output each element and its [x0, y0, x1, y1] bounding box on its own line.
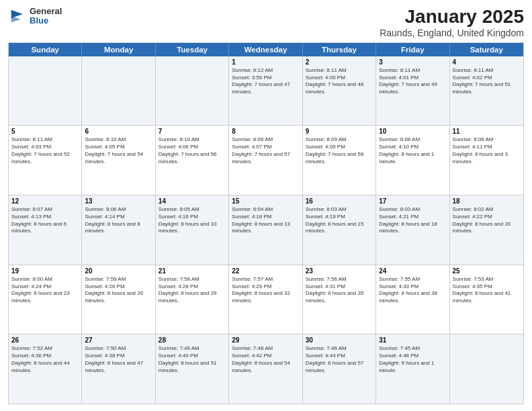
- calendar-week-0: 1Sunrise: 8:12 AMSunset: 3:59 PMDaylight…: [9, 56, 523, 126]
- day-number: 27: [85, 336, 152, 344]
- day-number: 20: [85, 267, 152, 275]
- logo-blue: Blue: [30, 16, 62, 26]
- header-cell-sunday: Sunday: [9, 43, 82, 56]
- day-number: 31: [379, 336, 446, 344]
- calendar: SundayMondayTuesdayWednesdayThursdayFrid…: [8, 42, 524, 404]
- calendar-cell: 10Sunrise: 8:08 AMSunset: 4:10 PMDayligh…: [376, 126, 449, 195]
- day-info: Sunrise: 7:58 AMSunset: 4:28 PMDaylight:…: [159, 276, 226, 305]
- day-info: Sunrise: 8:11 AMSunset: 4:01 PMDaylight:…: [379, 67, 446, 96]
- calendar-cell: 7Sunrise: 8:10 AMSunset: 4:06 PMDaylight…: [156, 126, 229, 195]
- header: General Blue January 2025 Raunds, Englan…: [8, 7, 524, 38]
- calendar-cell: 19Sunrise: 8:00 AMSunset: 4:24 PMDayligh…: [9, 265, 82, 334]
- header-cell-thursday: Thursday: [303, 43, 376, 56]
- calendar-cell: 25Sunrise: 7:53 AMSunset: 4:35 PMDayligh…: [450, 265, 523, 334]
- calendar-cell: [82, 56, 155, 126]
- day-info: Sunrise: 7:49 AMSunset: 4:40 PMDaylight:…: [159, 345, 226, 374]
- header-cell-wednesday: Wednesday: [229, 43, 302, 56]
- day-info: Sunrise: 8:02 AMSunset: 4:22 PMDaylight:…: [453, 206, 521, 235]
- day-number: 29: [232, 336, 299, 344]
- day-number: 9: [306, 128, 373, 135]
- calendar-week-2: 12Sunrise: 8:07 AMSunset: 4:13 PMDayligh…: [9, 195, 523, 265]
- day-info: Sunrise: 8:11 AMSunset: 4:00 PMDaylight:…: [306, 67, 373, 96]
- calendar-cell: 11Sunrise: 8:08 AMSunset: 4:11 PMDayligh…: [450, 126, 523, 195]
- calendar-cell: 9Sunrise: 8:09 AMSunset: 4:09 PMDaylight…: [303, 126, 376, 195]
- day-number: 30: [306, 336, 373, 344]
- calendar-subtitle: Raunds, England, United Kingdom: [380, 28, 524, 38]
- day-number: 8: [232, 128, 299, 135]
- calendar-cell: 29Sunrise: 7:48 AMSunset: 4:42 PMDayligh…: [229, 334, 302, 404]
- day-info: Sunrise: 8:11 AMSunset: 4:03 PMDaylight:…: [11, 136, 79, 165]
- day-number: 7: [159, 128, 226, 135]
- day-number: 16: [306, 197, 373, 205]
- day-number: 13: [85, 197, 152, 205]
- calendar-title: January 2025: [380, 7, 524, 28]
- day-info: Sunrise: 8:05 AMSunset: 4:16 PMDaylight:…: [159, 206, 226, 235]
- day-info: Sunrise: 8:03 AMSunset: 4:19 PMDaylight:…: [306, 206, 373, 235]
- calendar-cell: 23Sunrise: 7:56 AMSunset: 4:31 PMDayligh…: [303, 265, 376, 334]
- calendar-cell: 20Sunrise: 7:59 AMSunset: 4:26 PMDayligh…: [82, 265, 155, 334]
- calendar-cell: [450, 334, 523, 404]
- day-number: 3: [379, 58, 446, 66]
- day-info: Sunrise: 8:10 AMSunset: 4:06 PMDaylight:…: [159, 136, 226, 165]
- header-cell-saturday: Saturday: [450, 43, 523, 56]
- day-info: Sunrise: 7:59 AMSunset: 4:26 PMDaylight:…: [85, 276, 152, 305]
- day-info: Sunrise: 8:08 AMSunset: 4:11 PMDaylight:…: [453, 136, 521, 165]
- day-info: Sunrise: 7:57 AMSunset: 4:29 PMDaylight:…: [232, 276, 299, 305]
- day-number: 24: [379, 267, 446, 275]
- calendar-cell: 28Sunrise: 7:49 AMSunset: 4:40 PMDayligh…: [156, 334, 229, 404]
- header-cell-friday: Friday: [376, 43, 449, 56]
- calendar-cell: 27Sunrise: 7:50 AMSunset: 4:38 PMDayligh…: [82, 334, 155, 404]
- day-info: Sunrise: 7:55 AMSunset: 4:33 PMDaylight:…: [379, 276, 446, 305]
- day-info: Sunrise: 8:10 AMSunset: 4:05 PMDaylight:…: [85, 136, 152, 165]
- day-number: 2: [306, 58, 373, 66]
- day-info: Sunrise: 7:48 AMSunset: 4:42 PMDaylight:…: [232, 345, 299, 374]
- calendar-week-1: 5Sunrise: 8:11 AMSunset: 4:03 PMDaylight…: [9, 125, 523, 195]
- calendar-cell: 22Sunrise: 7:57 AMSunset: 4:29 PMDayligh…: [229, 265, 302, 334]
- day-number: 11: [453, 128, 521, 135]
- day-number: 17: [379, 197, 446, 205]
- calendar-cell: 3Sunrise: 8:11 AMSunset: 4:01 PMDaylight…: [376, 56, 449, 126]
- calendar-cell: 8Sunrise: 8:09 AMSunset: 4:07 PMDaylight…: [229, 126, 302, 195]
- svg-rect-0: [8, 7, 27, 26]
- day-info: Sunrise: 8:06 AMSunset: 4:14 PMDaylight:…: [85, 206, 152, 235]
- calendar-cell: 30Sunrise: 7:46 AMSunset: 4:44 PMDayligh…: [303, 334, 376, 404]
- calendar-cell: 4Sunrise: 8:11 AMSunset: 4:02 PMDaylight…: [450, 56, 523, 126]
- day-info: Sunrise: 8:08 AMSunset: 4:10 PMDaylight:…: [379, 136, 446, 165]
- calendar-cell: 1Sunrise: 8:12 AMSunset: 3:59 PMDaylight…: [229, 56, 302, 126]
- day-number: 23: [306, 267, 373, 275]
- day-info: Sunrise: 8:07 AMSunset: 4:13 PMDaylight:…: [11, 206, 79, 235]
- day-number: 4: [453, 58, 521, 66]
- calendar-cell: 6Sunrise: 8:10 AMSunset: 4:05 PMDaylight…: [82, 126, 155, 195]
- day-info: Sunrise: 8:11 AMSunset: 4:02 PMDaylight:…: [453, 67, 521, 96]
- day-number: 14: [159, 197, 226, 205]
- calendar-cell: [9, 56, 82, 126]
- header-cell-tuesday: Tuesday: [156, 43, 229, 56]
- calendar-cell: 12Sunrise: 8:07 AMSunset: 4:13 PMDayligh…: [9, 195, 82, 265]
- day-info: Sunrise: 8:09 AMSunset: 4:09 PMDaylight:…: [306, 136, 373, 165]
- day-number: 12: [11, 197, 79, 205]
- day-number: 28: [159, 336, 226, 344]
- day-number: 25: [453, 267, 521, 275]
- day-info: Sunrise: 7:45 AMSunset: 4:46 PMDaylight:…: [379, 345, 446, 374]
- day-info: Sunrise: 8:12 AMSunset: 3:59 PMDaylight:…: [232, 67, 299, 96]
- calendar-cell: 26Sunrise: 7:52 AMSunset: 4:36 PMDayligh…: [9, 334, 82, 404]
- calendar-cell: 24Sunrise: 7:55 AMSunset: 4:33 PMDayligh…: [376, 265, 449, 334]
- calendar-cell: 18Sunrise: 8:02 AMSunset: 4:22 PMDayligh…: [450, 195, 523, 265]
- calendar-cell: 2Sunrise: 8:11 AMSunset: 4:00 PMDaylight…: [303, 56, 376, 126]
- logo-text: General Blue: [30, 7, 62, 26]
- calendar-cell: 17Sunrise: 8:03 AMSunset: 4:21 PMDayligh…: [376, 195, 449, 265]
- day-number: 18: [453, 197, 521, 205]
- calendar-cell: [156, 56, 229, 126]
- calendar-week-3: 19Sunrise: 8:00 AMSunset: 4:24 PMDayligh…: [9, 265, 523, 334]
- day-number: 15: [232, 197, 299, 205]
- calendar-cell: 5Sunrise: 8:11 AMSunset: 4:03 PMDaylight…: [9, 126, 82, 195]
- title-block: January 2025 Raunds, England, United Kin…: [380, 7, 524, 38]
- day-info: Sunrise: 7:56 AMSunset: 4:31 PMDaylight:…: [306, 276, 373, 305]
- calendar-body: 1Sunrise: 8:12 AMSunset: 3:59 PMDaylight…: [9, 56, 523, 404]
- day-info: Sunrise: 7:46 AMSunset: 4:44 PMDaylight:…: [306, 345, 373, 374]
- day-info: Sunrise: 8:09 AMSunset: 4:07 PMDaylight:…: [232, 136, 299, 165]
- day-info: Sunrise: 7:52 AMSunset: 4:36 PMDaylight:…: [11, 345, 79, 374]
- page: General Blue January 2025 Raunds, Englan…: [0, 0, 532, 411]
- day-number: 21: [159, 267, 226, 275]
- day-info: Sunrise: 8:00 AMSunset: 4:24 PMDaylight:…: [11, 276, 79, 305]
